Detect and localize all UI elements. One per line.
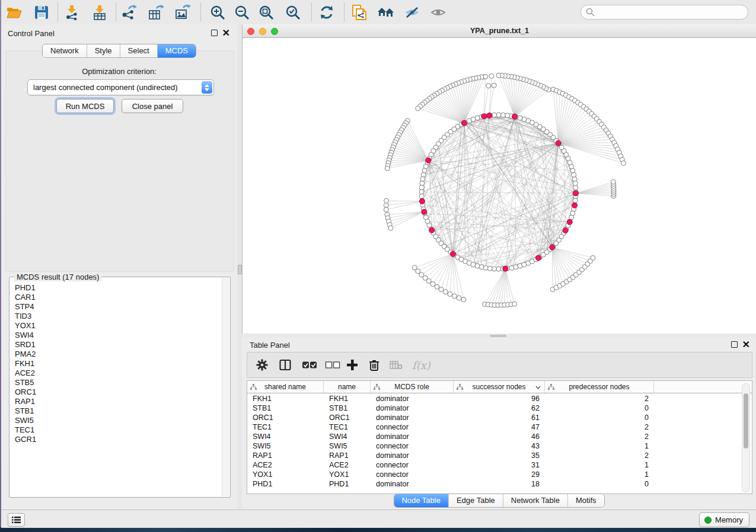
table-row[interactable]: RAP1RAP1dominator352: [247, 451, 752, 460]
run-mcds-button[interactable]: Run MCDS: [56, 99, 114, 113]
mcds-result-item[interactable]: SWI5: [10, 416, 222, 425]
mcds-result-item[interactable]: SWI4: [10, 331, 222, 340]
mcds-result-item[interactable]: YOX1: [10, 321, 222, 331]
table-cell: connector: [371, 422, 454, 432]
mcds-result-item[interactable]: STP4: [10, 302, 222, 312]
tab-mcds[interactable]: MCDS: [158, 44, 196, 57]
float-panel-icon[interactable]: [731, 341, 738, 348]
tab-node-table[interactable]: Node Table: [394, 494, 449, 507]
delete-table-icon[interactable]: [390, 357, 403, 373]
panel-list-icon[interactable]: [8, 513, 25, 527]
zoom-selected-icon[interactable]: [284, 4, 302, 21]
vertical-splitter[interactable]: [237, 24, 242, 509]
export-image-icon[interactable]: [174, 4, 192, 21]
table-cell: 43: [454, 441, 545, 451]
mcds-result-item[interactable]: STB5: [10, 378, 222, 387]
mcds-result-item[interactable]: ORC1: [10, 387, 222, 397]
node-table: shared namenameMCDS rolesuccessor nodesp…: [247, 380, 752, 494]
table-row[interactable]: SWI5SWI5connector431: [247, 441, 752, 451]
column-header-successor-nodes[interactable]: successor nodes: [454, 381, 545, 393]
close-panel-icon[interactable]: ✕: [222, 30, 230, 36]
tab-edge-table[interactable]: Edge Table: [449, 494, 503, 507]
tab-network[interactable]: Network: [43, 44, 87, 57]
open-folder-icon[interactable]: [5, 4, 23, 21]
eye-icon[interactable]: [429, 4, 447, 21]
table-cell: 2: [545, 422, 654, 432]
network-graph[interactable]: [243, 38, 756, 334]
import-table-icon[interactable]: [91, 4, 109, 21]
gear-icon[interactable]: [256, 357, 269, 373]
table-row[interactable]: STB1STB1dominator620: [247, 403, 752, 413]
memory-label: Memory: [715, 515, 743, 524]
mcds-result-item[interactable]: TEC1: [10, 425, 222, 435]
zoom-fit-icon[interactable]: [257, 4, 275, 21]
desktop-wallpaper-bottom: [0, 527, 756, 532]
tab-network-table[interactable]: Network Table: [503, 494, 568, 507]
table-row[interactable]: FKH1FKH1dominator962: [247, 394, 752, 403]
zoom-out-icon[interactable]: [233, 4, 251, 21]
export-table-icon[interactable]: [148, 4, 165, 21]
tab-style[interactable]: Style: [87, 44, 120, 57]
export-network-icon[interactable]: [120, 4, 138, 21]
save-icon[interactable]: [33, 4, 50, 21]
optimization-criterion-select[interactable]: largest connected component (undirected): [27, 79, 214, 95]
tab-select[interactable]: Select: [120, 44, 158, 57]
unchecked-boxes-icon[interactable]: [325, 357, 340, 373]
copy-document-icon[interactable]: [350, 4, 368, 21]
mcds-result-item[interactable]: RAP1: [10, 397, 222, 406]
table-row[interactable]: PHD1PHD1dominator180: [247, 479, 752, 489]
mcds-result-item[interactable]: PMA2: [10, 350, 222, 359]
criterion-selected-value: largest connected component (undirected): [28, 83, 202, 92]
close-panel-button[interactable]: Close panel: [122, 99, 183, 113]
add-column-icon[interactable]: [346, 357, 358, 373]
close-panel-icon[interactable]: ✕: [742, 342, 750, 347]
eye-slash-icon[interactable]: [403, 4, 421, 21]
column-header-MCDS-role[interactable]: MCDS role: [371, 381, 454, 393]
optimization-criterion-label: Optimization criterion:: [1, 67, 237, 76]
table-cell: ORC1: [324, 413, 371, 422]
import-network-icon[interactable]: [63, 4, 81, 21]
table-cell: 31: [454, 460, 545, 470]
column-header-shared-name[interactable]: shared name: [247, 381, 324, 393]
houses-icon[interactable]: [377, 4, 395, 21]
table-row[interactable]: ORC1ORC1dominator610: [247, 413, 752, 422]
refresh-icon[interactable]: [318, 4, 336, 21]
search-input[interactable]: [580, 5, 748, 20]
delete-column-icon[interactable]: [369, 357, 379, 373]
table-row[interactable]: TEC1TEC1connector472: [247, 422, 752, 432]
memory-button[interactable]: Memory: [699, 512, 749, 527]
horizontal-splitter[interactable]: [242, 334, 756, 338]
column-header-name[interactable]: name: [324, 381, 371, 393]
function-fx-icon[interactable]: f(x): [412, 357, 430, 373]
split-columns-icon[interactable]: [279, 357, 291, 373]
splitter-handle[interactable]: [238, 265, 242, 274]
checked-boxes-icon[interactable]: [302, 357, 317, 373]
select-stepper-icon: [202, 81, 212, 94]
table-scrollbar[interactable]: [742, 383, 750, 492]
mcds-result-item[interactable]: CAR1: [10, 293, 222, 302]
table-cell: 0: [545, 403, 654, 413]
network-canvas[interactable]: [242, 38, 756, 334]
zoom-in-icon[interactable]: [209, 4, 227, 21]
table-row[interactable]: SWI4SWI4dominator462: [247, 432, 752, 441]
tab-motifs[interactable]: Motifs: [568, 494, 604, 507]
mcds-result-item[interactable]: STB1: [10, 406, 222, 416]
table-cell: RAP1: [247, 451, 324, 460]
splitter-handle[interactable]: [490, 335, 506, 337]
scrollbar-thumb[interactable]: [744, 393, 748, 448]
memory-status-icon: [704, 517, 712, 524]
table-cell: 1: [545, 441, 654, 451]
mcds-result-item[interactable]: TID3: [10, 312, 222, 321]
mcds-result-scrollbar[interactable]: [222, 278, 229, 496]
mcds-result-item[interactable]: SRD1: [10, 340, 222, 350]
mcds-result-item[interactable]: PHD1: [10, 283, 222, 293]
table-cell: FKH1: [247, 394, 324, 403]
mcds-result-item[interactable]: FKH1: [10, 359, 222, 368]
table-row[interactable]: ACE2ACE2connector311: [247, 460, 752, 470]
float-panel-icon[interactable]: [211, 30, 218, 36]
table-row[interactable]: YOX1YOX1connector291: [247, 470, 752, 479]
mcds-result-item[interactable]: GCR1: [10, 435, 222, 444]
table-cell: dominator: [371, 403, 454, 413]
column-header-predecessor-nodes[interactable]: predecessor nodes: [545, 381, 654, 393]
mcds-result-item[interactable]: ACE2: [10, 368, 222, 378]
